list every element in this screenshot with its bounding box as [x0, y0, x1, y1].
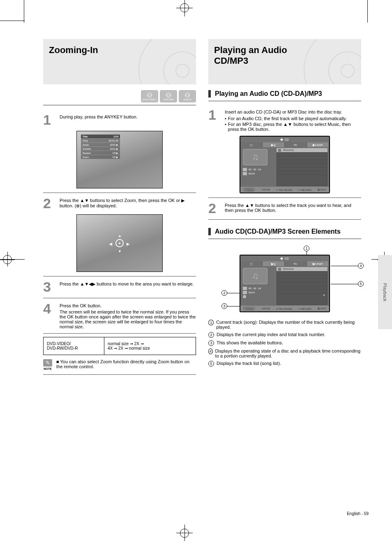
- badge-dvdrw: (( ))DVD-RW: [160, 90, 177, 102]
- right-icon: ▶: [181, 198, 184, 203]
- note: ✎ NOTE ■ You can also select Zoom functi…: [43, 359, 196, 370]
- album-thumb: ♫: [243, 149, 267, 165]
- disc-graphic: [304, 39, 361, 84]
- disc-graphic: [138, 39, 196, 84]
- callout-5: 5: [358, 281, 364, 287]
- elements-legend: 1Current track (song): Displays the numb…: [208, 320, 361, 367]
- index-icon: [243, 172, 247, 175]
- badge-dvdvideo: (( ))DVD-VIDEO: [141, 90, 158, 102]
- updown-icon: ▲▼: [245, 203, 254, 208]
- zoom-indicator: +: [115, 239, 124, 247]
- page-number: English - 59: [347, 511, 369, 516]
- section-header-zoom: Zooming-In: [43, 39, 196, 84]
- osd-menu: Title1/10 Time00:01:45 AudioENG ▶ Subtit…: [81, 135, 120, 159]
- ui-title: CD: [284, 138, 288, 141]
- section-header-audio: Playing an Audio CD/MP3: [208, 39, 361, 84]
- r-step-2: 2 Press the ▲▼ buttons to select the tra…: [208, 201, 361, 215]
- step-4: 4 Press the OK button. The screen will b…: [43, 302, 196, 329]
- callout-4: 4: [358, 263, 364, 269]
- step-2: 2 Press the ▲▼ buttons to select Zoom, t…: [43, 196, 196, 210]
- note-icon: ✎: [43, 359, 52, 367]
- zoom-cursor-icon: ⊕: [76, 203, 80, 208]
- callout-3: 3: [221, 303, 227, 309]
- step-3: 3 Press the ▲▼◀▶ buttons to move to the …: [43, 280, 196, 294]
- cd-ui-screen-1: CD ◯ ▶|| No. ▶ Length ♫ 00 : 02 : 24 02/…: [240, 136, 330, 193]
- osd-screenshot-menu: Title1/10 Time00:01:45 AudioENG ▶ Subtit…: [76, 131, 163, 188]
- subhead-playing: Playing an Audio CD (CD-DA)/MP3: [208, 90, 361, 98]
- badge-dvdr: (( ))DVD-R: [179, 90, 196, 102]
- folder-icon: [243, 168, 247, 171]
- side-tab: Playback: [378, 255, 392, 329]
- nav-arrows-icon: ▲▼◀▶: [80, 281, 96, 286]
- help-bar: Anykey ↕ MOVE ✔ PALYMODE ↶ RETURN ⏻ EXIT: [240, 187, 329, 193]
- left-column: Zooming-In (( ))DVD-VIDEO (( ))DVD-RW ((…: [43, 39, 196, 378]
- disc-badges: (( ))DVD-VIDEO (( ))DVD-RW (( ))DVD-R: [43, 90, 196, 102]
- callout-1: 1: [304, 246, 309, 251]
- zoom-ratio-table: DVD-VIDEO/ DVD-RW/DVD-R normal size ➞ 2X…: [43, 337, 196, 355]
- right-column: Playing an Audio CD/MP3 Playing an Audio…: [208, 39, 361, 378]
- step-1: 1 During play, press the ANYKEY button.: [43, 113, 196, 127]
- osd-screenshot-zoom: + ▲ ▼ ◀ ▶: [76, 214, 163, 272]
- callout-2: 2: [221, 290, 227, 296]
- music-icon: [278, 149, 281, 152]
- subhead-elements: Audio CD(CD-DA)/MP3 Screen Elements: [208, 228, 361, 235]
- updown-icon: ▲▼: [80, 198, 89, 203]
- r-step-1: 1 Insert an audio CD (CD-DA) or MP3 Disc…: [208, 108, 361, 132]
- cd-ui-screen-2: CD ◯ ▶|| No. ▶ Length ♫ 00 : 02 : 24 02/…: [240, 255, 330, 312]
- track-list: [277, 152, 327, 186]
- cd-ui-annotated: 1 4 5 2 3 CD ◯ ▶|| No. ▶ Length ♫ 00 : 0…: [208, 246, 361, 312]
